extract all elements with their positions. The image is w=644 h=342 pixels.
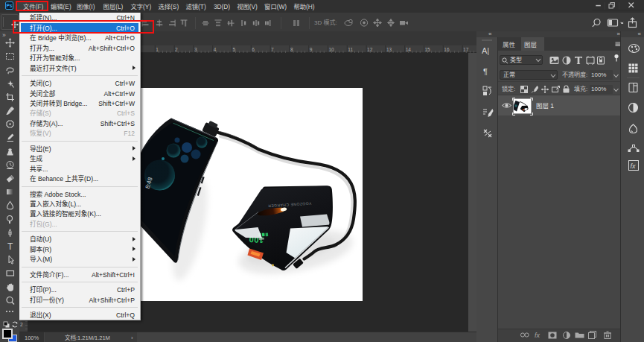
svg-text:A|: A| [482, 46, 489, 55]
svg-text:2: 2 [20, 322, 23, 327]
svg-text:9: 9 [310, 47, 313, 52]
svg-text:4: 4 [214, 47, 217, 52]
svg-text:fx: fx [535, 332, 541, 339]
svg-text:fx: fx [631, 162, 637, 170]
svg-text:5: 5 [233, 47, 236, 52]
svg-text:2: 2 [175, 47, 178, 52]
svg-text:6: 6 [252, 47, 255, 52]
svg-text:7: 7 [271, 47, 274, 52]
svg-text:1: 1 [156, 47, 159, 52]
svg-text:11: 11 [348, 47, 353, 52]
svg-text:T: T [7, 241, 13, 251]
svg-text:¶: ¶ [483, 67, 488, 76]
svg-text:8: 8 [290, 47, 293, 52]
svg-text:3: 3 [194, 47, 197, 52]
